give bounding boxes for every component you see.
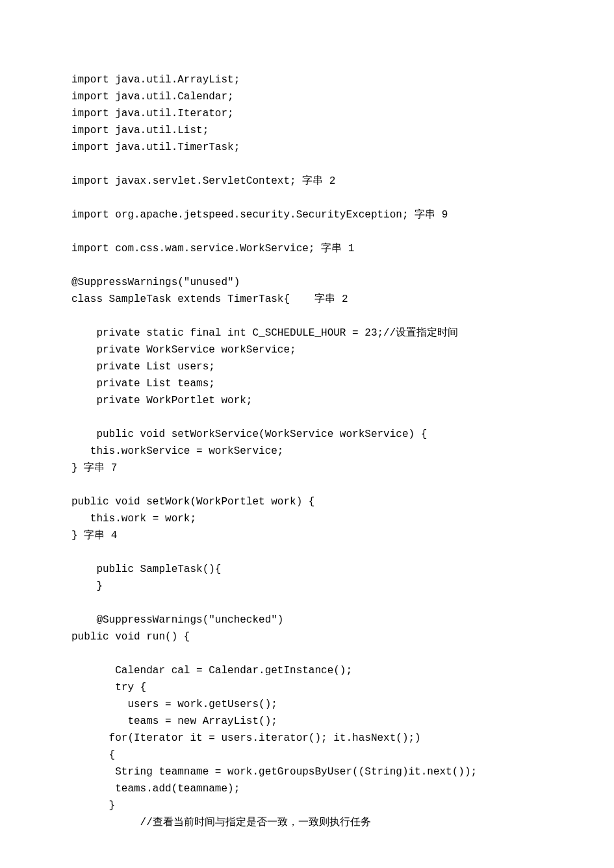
code-block: import java.util.ArrayList; import java.… (71, 71, 543, 831)
document-page: import java.util.ArrayList; import java.… (0, 0, 614, 868)
